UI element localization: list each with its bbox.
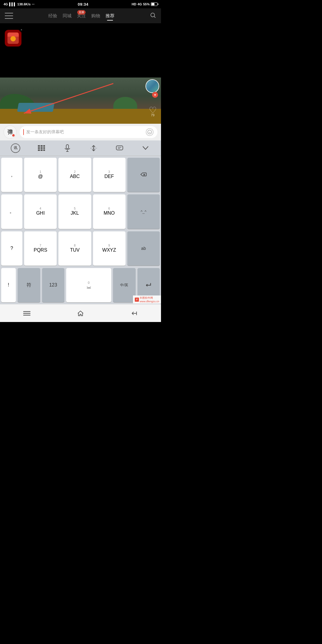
video-background: + ♡ 79 xyxy=(0,78,161,124)
key-1-number: 1 xyxy=(40,171,41,174)
key-2-label: ABC xyxy=(70,174,80,179)
nav-item-follow[interactable]: 直播 关注 xyxy=(77,13,86,19)
watermark-logo: F xyxy=(135,298,139,302)
collapse-keyboard-button[interactable] xyxy=(139,143,152,154)
svg-rect-10 xyxy=(38,147,40,149)
watermark-site: 丰图软件网 xyxy=(140,296,159,300)
key-5-label: JKL xyxy=(71,210,79,216)
microphone-button[interactable] xyxy=(61,143,74,154)
emoji-icon xyxy=(146,128,154,136)
top-navigation: 经验 同城 直播 关注 购物 推荐 xyxy=(0,8,161,23)
key-6-mno[interactable]: 6 MNO xyxy=(93,194,126,229)
danmu-label: 弹 xyxy=(7,129,13,136)
key-exclaim-label: ! xyxy=(8,282,9,288)
key-emoji-label: ^_^ xyxy=(141,209,146,214)
key-9-wxyz[interactable]: 9 WXYZ xyxy=(93,231,126,266)
speed-label: 138.6K/s xyxy=(17,2,31,6)
key-7-pqrs[interactable]: 7 PQRS xyxy=(24,231,57,266)
comment-placeholder: 发一条友好的弹幕吧 xyxy=(26,129,143,135)
bottom-navigation xyxy=(0,304,161,322)
key-ab-mode[interactable]: ab xyxy=(127,231,160,266)
key-comma[interactable]: , xyxy=(1,158,22,192)
svg-rect-9 xyxy=(43,145,45,147)
nav-item-local[interactable]: 同城 xyxy=(63,13,72,19)
keyboard-switch-button[interactable] xyxy=(35,143,48,154)
svg-point-4 xyxy=(148,130,151,134)
space-icon xyxy=(86,285,92,289)
nav-back-button[interactable] xyxy=(131,310,138,317)
network-type: 4G xyxy=(137,2,142,6)
svg-rect-14 xyxy=(41,149,43,151)
search-button[interactable] xyxy=(150,12,156,20)
nav-menu-button[interactable] xyxy=(23,311,30,316)
comment-input-field[interactable]: 发一条友好的弹幕吧 xyxy=(20,126,157,138)
key-6-label: MNO xyxy=(103,210,114,216)
hamburger-menu-button[interactable] xyxy=(5,13,13,19)
nav-home-button[interactable] xyxy=(77,310,84,317)
svg-rect-16 xyxy=(66,145,69,149)
key-7-number: 7 xyxy=(40,244,41,247)
key-lang-switch[interactable]: 中/英 xyxy=(113,268,135,302)
key-backspace[interactable] xyxy=(127,158,160,192)
bubble-icon xyxy=(116,145,123,151)
svg-point-0 xyxy=(151,13,155,17)
battery-percent: 55% xyxy=(143,2,150,6)
follow-button[interactable]: + xyxy=(152,92,158,98)
key-4-ghi[interactable]: 4 GHI xyxy=(24,194,57,229)
key-0-number: 0 xyxy=(88,281,90,284)
bubble-button[interactable] xyxy=(113,143,126,154)
key-emoji-face[interactable]: ^_^ xyxy=(127,194,160,229)
nav-item-recommend[interactable]: 推荐 xyxy=(106,13,114,19)
hd-label: HD xyxy=(131,2,136,6)
cursor-icon xyxy=(90,145,97,151)
danmu-button[interactable]: 弹 xyxy=(4,126,17,139)
key-exclaim[interactable]: ! xyxy=(1,268,16,302)
key-123[interactable]: 123 xyxy=(42,268,64,302)
key-symbol[interactable]: 符 xyxy=(18,268,40,302)
status-dots: ··· xyxy=(32,2,35,6)
watermark-url: www.dfengzu.cn xyxy=(140,300,159,303)
keyboard-row-3: ? 7 PQRS 8 TUV 9 WXYZ ab xyxy=(1,231,160,266)
key-1-at[interactable]: 1 @ xyxy=(24,158,57,192)
nav-items: 经验 同城 直播 关注 购物 推荐 xyxy=(48,13,114,19)
cursor-move-button[interactable] xyxy=(87,143,100,154)
svg-rect-21 xyxy=(116,146,123,150)
key-symbol-label: 符 xyxy=(27,282,31,288)
key-1-label: @ xyxy=(38,174,43,179)
status-left: 4G ▌▌▌ 138.6K/s ··· xyxy=(4,2,35,6)
ad-icon[interactable] xyxy=(5,30,21,47)
live-badge-label: 直播 xyxy=(77,10,86,15)
ad-close-button[interactable]: × xyxy=(19,27,24,32)
battery-indicator xyxy=(151,2,157,6)
profile-avatar[interactable] xyxy=(145,79,159,93)
time-display: 09:34 xyxy=(78,2,89,7)
key-2-abc[interactable]: 2 ABC xyxy=(58,158,91,192)
video-content-area[interactable]: + ♡ 79 xyxy=(0,78,161,124)
key-8-tuv[interactable]: 8 TUV xyxy=(58,231,91,266)
nav-item-experience[interactable]: 经验 xyxy=(48,13,57,19)
danmu-notification-dot xyxy=(12,134,15,137)
key-3-def[interactable]: 3 DEF xyxy=(93,158,126,192)
microphone-icon xyxy=(64,144,70,152)
svg-rect-15 xyxy=(43,149,45,151)
like-count: 79 xyxy=(147,113,159,117)
comment-input-area: 弹 发一条友好的弹幕吧 xyxy=(0,124,161,140)
emoji-button[interactable] xyxy=(145,128,154,136)
key-2-number: 2 xyxy=(74,171,76,174)
red-arrow-indicator xyxy=(0,78,161,124)
xunfei-button[interactable]: 讯 xyxy=(9,143,22,154)
nav-item-shop[interactable]: 购物 xyxy=(91,13,100,19)
key-4-label: GHI xyxy=(36,210,44,216)
like-button[interactable]: ♡ 79 xyxy=(147,104,159,116)
ad-popup: × xyxy=(5,30,21,47)
keyboard-toolbar: 讯 xyxy=(0,140,161,156)
xunfei-icon: 讯 xyxy=(11,143,20,153)
key-period[interactable]: 。 xyxy=(1,194,22,229)
key-5-jkl[interactable]: 5 JKL xyxy=(58,194,91,229)
key-question[interactable]: ? xyxy=(1,231,22,266)
key-period-label: 。 xyxy=(10,208,14,215)
key-space[interactable]: 0 xyxy=(66,268,111,302)
svg-rect-7 xyxy=(38,145,40,147)
carrier-label: 4G xyxy=(4,2,8,6)
key-123-label: 123 xyxy=(49,282,57,288)
